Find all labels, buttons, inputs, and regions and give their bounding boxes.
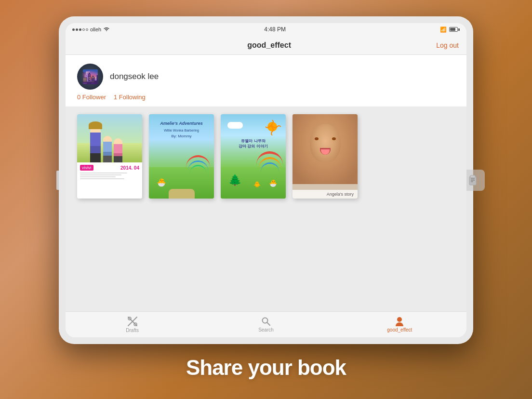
book4-photo <box>293 114 358 184</box>
profile-section: dongseok lee 0 Follower 1 Following <box>66 55 466 106</box>
tab-profile[interactable]: good_effect <box>383 317 416 332</box>
tab-search[interactable]: Search <box>249 317 283 332</box>
book-card-4[interactable]: Angela's story <box>293 114 358 199</box>
wifi-icon <box>103 27 110 32</box>
accessory-icon <box>464 170 485 191</box>
books-grid: vivivi 2014. 04 Amelie's Adventures <box>66 106 466 311</box>
status-left: olleh <box>72 27 110 32</box>
tab-search-label: Search <box>258 327 274 332</box>
book-card-1[interactable]: vivivi 2014. 04 <box>77 114 142 199</box>
side-button[interactable] <box>56 171 59 190</box>
status-time: 4:48 PM <box>264 26 286 33</box>
svg-rect-1 <box>470 175 475 177</box>
ipad-device: olleh 4:48 PM 📶 <box>59 16 473 344</box>
tab-drafts-label: Drafts <box>126 328 139 333</box>
dot5 <box>86 28 88 31</box>
book1-lines <box>80 173 139 179</box>
book-card-3[interactable]: 유엘마 나무와강마 강의 이야기 🌲 🐣 🐥 <box>221 114 286 199</box>
follow-row: 0 Follower 1 Following <box>77 93 455 101</box>
profile-row: dongseok lee <box>77 64 455 90</box>
book3-tree: 🌲 <box>228 174 241 186</box>
nav-title: good_effect <box>247 41 291 50</box>
dot4 <box>82 28 85 31</box>
book1-date: 2014. 04 <box>120 165 139 171</box>
following-button[interactable]: 1 Following <box>114 93 146 101</box>
book1-bottom: vivivi 2014. 04 <box>77 162 142 182</box>
search-icon <box>261 317 271 326</box>
avatar <box>77 64 103 90</box>
follower-button[interactable]: 0 Follower <box>77 93 106 101</box>
baby-face-oval <box>310 124 341 162</box>
book2-author: By: Mommy <box>149 132 214 140</box>
logout-button[interactable]: Log out <box>436 41 459 49</box>
dot2 <box>76 28 78 31</box>
status-bar: olleh 4:48 PM 📶 <box>66 23 466 36</box>
status-right: 📶 <box>440 27 460 33</box>
svg-line-11 <box>267 322 270 325</box>
book3-sun-container <box>264 118 281 137</box>
tab-bar: Drafts Search go <box>66 311 466 337</box>
username-label: dongseok lee <box>110 72 159 81</box>
scissor-icon <box>127 316 138 327</box>
book2-animal: 🐣 <box>157 178 166 187</box>
bottom-tagline: Share your book <box>0 356 532 380</box>
signal-dots <box>72 28 88 31</box>
nav-bar: good_effect Log out <box>66 36 466 55</box>
dot1 <box>72 28 75 31</box>
book-card-2[interactable]: Amelie's Adventures Willie Wonka Barberi… <box>149 114 214 199</box>
book2-title: Amelie's Adventures <box>149 114 214 129</box>
dot3 <box>79 28 81 31</box>
carrier-label: olleh <box>90 27 101 32</box>
book2-path <box>169 189 195 199</box>
person-icon <box>396 317 403 326</box>
book3-cloud <box>227 122 243 129</box>
book3-chick: 🐥 <box>253 181 261 188</box>
battery-icon <box>449 27 460 32</box>
tab-drafts[interactable]: Drafts <box>116 316 149 333</box>
svg-rect-0 <box>469 176 476 185</box>
book2-subtitle: Willie Wonka Barbering <box>149 129 214 132</box>
book1-cover-photo <box>77 114 142 162</box>
book1-logo: vivivi <box>80 165 93 171</box>
tab-profile-label: good_effect <box>387 327 412 332</box>
book3-title: 유엘마 나무와강마 강의 이야기 <box>221 138 286 149</box>
book3-sheep: 🐣 <box>269 179 277 187</box>
bluetooth-icon: 📶 <box>440 27 447 33</box>
book4-label: Angela's story <box>293 190 358 199</box>
